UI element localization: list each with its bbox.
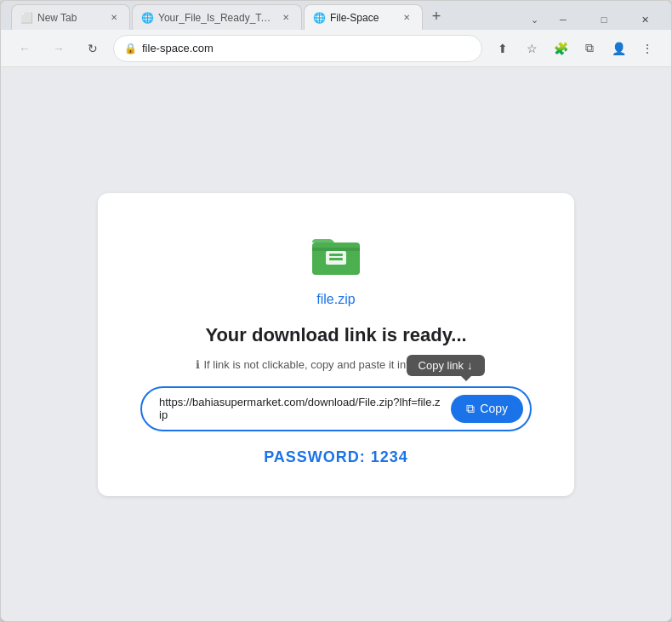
tab-favicon-file-space: 🌐 — [313, 12, 325, 24]
url-row: https://bahiasupermarket.com/download/Fi… — [140, 386, 532, 431]
copy-link-tooltip-text: Copy link — [419, 359, 464, 372]
tabs-area: ⬜ New Tab ✕ 🌐 Your_File_Is_Ready_To_Down… — [8, 1, 448, 30]
tab-favicon-file-ready: 🌐 — [141, 12, 153, 24]
copy-link-tooltip[interactable]: Copy link ↓ — [407, 355, 485, 376]
copy-button-label: Copy — [480, 402, 508, 415]
svg-rect-3 — [312, 248, 360, 251]
lock-icon: 🔒 — [124, 43, 137, 54]
info-icon: ℹ — [196, 358, 200, 371]
svg-rect-6 — [329, 258, 343, 260]
tab-label-file-ready: Your_File_Is_Ready_To_Down... — [158, 12, 274, 24]
new-tab-button[interactable]: + — [424, 4, 448, 28]
download-card: file.zip Your download link is ready... … — [98, 193, 574, 496]
password-label: PASSWORD: 1234 — [264, 448, 408, 466]
back-button[interactable]: ← — [11, 35, 38, 62]
bookmark-button[interactable]: ☆ — [518, 35, 545, 62]
window-controls: ⌄ ─ □ ✕ — [531, 8, 664, 31]
maximize-button[interactable]: □ — [584, 8, 624, 31]
tab-new-tab[interactable]: ⬜ New Tab ✕ — [11, 4, 130, 30]
tab-label-new-tab: New Tab — [37, 12, 102, 24]
file-zip-icon — [309, 227, 363, 282]
headline: Your download link is ready... — [205, 324, 466, 346]
tab-label-file-space: File-Space — [330, 12, 395, 24]
copy-icon: ⧉ — [466, 402, 475, 416]
toolbar-actions: ⬆ ☆ 🧩 ⧉ 👤 ⋮ — [489, 35, 661, 62]
close-button[interactable]: ✕ — [625, 8, 664, 31]
info-text-row: ℹ If link is not clickable, copy and pas… — [196, 358, 476, 371]
refresh-button[interactable]: ↻ — [79, 35, 106, 62]
minimize-button[interactable]: ─ — [544, 8, 583, 31]
tab-close-file-ready[interactable]: ✕ — [279, 11, 293, 25]
tab-close-file-space[interactable]: ✕ — [400, 11, 413, 25]
layers-button[interactable]: ⧉ — [576, 35, 603, 62]
address-bar[interactable]: 🔒 file-space.com — [113, 35, 482, 62]
tab-favicon-new-tab: ⬜ — [20, 12, 32, 24]
address-text: file-space.com — [142, 42, 471, 54]
share-button[interactable]: ⬆ — [489, 35, 516, 62]
tab-file-space[interactable]: 🌐 File-Space ✕ — [304, 4, 423, 30]
toolbar: ← → ↻ 🔒 file-space.com ⬆ ☆ 🧩 ⧉ 👤 ⋮ — [1, 30, 671, 67]
forward-button[interactable]: → — [45, 35, 72, 62]
download-url: https://bahiasupermarket.com/download/Fi… — [159, 396, 442, 421]
tab-close-new-tab[interactable]: ✕ — [107, 11, 121, 25]
page-content: HSR COM file.zip Your download link is r… — [1, 67, 671, 621]
browser-window: ⬜ New Tab ✕ 🌐 Your_File_Is_Ready_To_Down… — [0, 0, 672, 622]
copy-button[interactable]: ⧉ Copy — [451, 395, 523, 423]
download-arrow-icon: ↓ — [467, 359, 473, 372]
extensions-button[interactable]: 🧩 — [547, 35, 574, 62]
file-name: file.zip — [316, 292, 355, 307]
svg-rect-5 — [329, 254, 343, 256]
tab-file-ready[interactable]: 🌐 Your_File_Is_Ready_To_Down... ✕ — [132, 4, 302, 30]
menu-button[interactable]: ⋮ — [634, 35, 661, 62]
account-button[interactable]: 👤 — [605, 35, 632, 62]
title-bar: ⬜ New Tab ✕ 🌐 Your_File_Is_Ready_To_Down… — [1, 1, 671, 30]
